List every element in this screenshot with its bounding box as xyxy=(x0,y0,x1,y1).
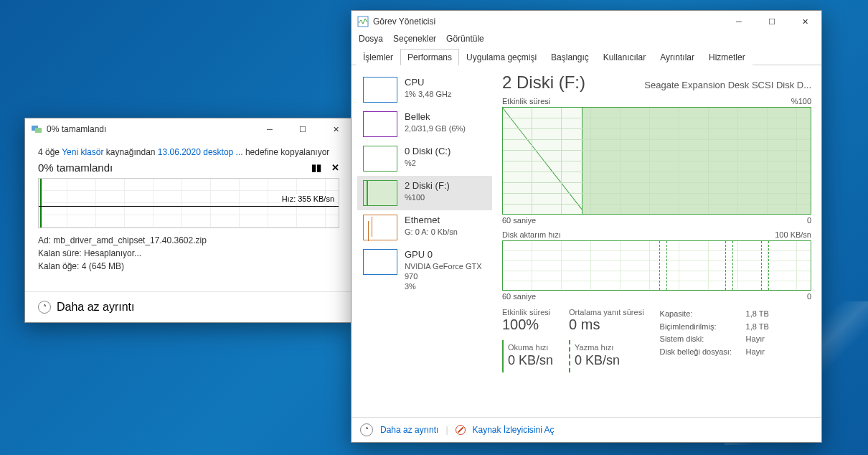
tab-users[interactable]: Kullanıcılar xyxy=(596,49,653,65)
detail-pane: 2 Diski (F:) Seagate Expansion Desk SCSI… xyxy=(495,65,821,417)
dest-link[interactable]: 13.06.2020 desktop ... xyxy=(158,147,243,157)
read-speed: 0 KB/sn xyxy=(508,353,553,368)
disk-thumb-icon xyxy=(363,180,397,206)
tab-app-history[interactable]: Uygulama geçmişi xyxy=(459,49,544,65)
copy-app-icon xyxy=(31,123,42,135)
tab-processes[interactable]: İşlemler xyxy=(356,49,400,65)
source-link[interactable]: Yeni klasör xyxy=(62,147,103,157)
task-manager-icon xyxy=(357,16,369,27)
ethernet-thumb-icon xyxy=(363,215,397,240)
disk-thumb-icon xyxy=(363,146,397,172)
copy-description: 4 öğe Yeni klasör kaynağından 13.06.2020… xyxy=(38,147,339,157)
menu-options[interactable]: Seçenekler xyxy=(393,34,436,44)
menubar: Dosya Seçenekler Görüntüle xyxy=(352,32,821,48)
file-copy-dialog: 0% tamamlandı ─ ☐ ✕ 4 öğe Yeni klasör ka… xyxy=(24,118,353,323)
sidebar-item-gpu[interactable]: GPU 0NVIDIA GeForce GTX 970 3% xyxy=(357,245,492,296)
pause-button[interactable]: ▮▮ xyxy=(311,162,321,173)
resource-monitor-icon xyxy=(456,425,466,435)
svg-rect-1 xyxy=(35,128,42,133)
sidebar-item-memory[interactable]: Bellek2,0/31,9 GB (6%) xyxy=(357,107,492,141)
window-title: Görev Yöneticisi xyxy=(373,17,722,27)
speed-chart: Hız: 355 KB/sn xyxy=(38,178,339,228)
titlebar[interactable]: Görev Yöneticisi ─ ☐ ✕ xyxy=(352,11,821,32)
performance-sidebar: CPU1% 3,48 GHz Bellek2,0/31,9 GB (6%) 0 … xyxy=(352,65,495,417)
menu-file[interactable]: Dosya xyxy=(359,34,383,44)
copy-details: Ad: mb_driver_amd_chipset_17.40.3602.zip… xyxy=(38,234,339,273)
maximize-button[interactable]: ☐ xyxy=(755,11,788,32)
response-time: 0 ms xyxy=(569,316,644,333)
tab-services[interactable]: Hizmetler xyxy=(702,49,753,65)
cpu-thumb-icon xyxy=(363,77,397,103)
activity-value: 100% xyxy=(502,316,553,333)
tabbar: İşlemler Performans Uygulama geçmişi Baş… xyxy=(352,48,821,65)
open-resource-monitor-link[interactable]: Kaynak İzleyicisini Aç xyxy=(473,425,555,435)
detail-title: 2 Diski (F:) xyxy=(502,72,585,93)
gpu-thumb-icon xyxy=(363,249,397,275)
fewer-details-toggle[interactable]: ˄ Daha az ayrıntı xyxy=(25,291,352,322)
tab-startup[interactable]: Başlangıç xyxy=(544,49,596,65)
minimize-button[interactable]: ─ xyxy=(722,11,755,32)
transfer-chart xyxy=(502,240,811,291)
sidebar-item-ethernet[interactable]: EthernetG: 0 A: 0 Kb/sn xyxy=(357,210,492,245)
window-title: 0% tamamlandı xyxy=(47,124,253,134)
maximize-button[interactable]: ☐ xyxy=(286,118,319,140)
close-button[interactable]: ✕ xyxy=(788,11,821,32)
speed-label: Hız: 355 KB/sn xyxy=(280,194,336,203)
titlebar[interactable]: 0% tamamlandı ─ ☐ ✕ xyxy=(25,118,352,140)
detail-subtitle: Seagate Expansion Desk SCSI Disk D... xyxy=(644,80,811,90)
write-speed: 0 KB/sn xyxy=(575,353,644,368)
sidebar-item-disk2[interactable]: 2 Diski (F:)%100 xyxy=(357,176,492,210)
disk-info-table: Kapasite:1,8 TB Biçimlendirilmiş:1,8 TB … xyxy=(660,308,769,372)
tab-details[interactable]: Ayrıntılar xyxy=(653,49,702,65)
progress-text: 0% tamamlandı xyxy=(38,161,113,174)
tab-performance[interactable]: Performans xyxy=(400,49,459,65)
memory-thumb-icon xyxy=(363,111,397,137)
menu-view[interactable]: Görüntüle xyxy=(446,34,484,44)
sidebar-item-disk0[interactable]: 0 Diski (C:)%2 xyxy=(357,141,492,176)
activity-chart xyxy=(502,107,811,215)
minimize-button[interactable]: ─ xyxy=(253,118,286,140)
close-button[interactable]: ✕ xyxy=(319,118,352,140)
chevron-up-icon: ˄ xyxy=(360,423,373,436)
fewer-details-link[interactable]: Daha az ayrıntı xyxy=(380,425,438,435)
chevron-up-icon: ˄ xyxy=(38,301,51,314)
sidebar-item-cpu[interactable]: CPU1% 3,48 GHz xyxy=(357,72,492,107)
cancel-button[interactable]: ✕ xyxy=(331,162,339,173)
task-manager-window: Görev Yöneticisi ─ ☐ ✕ Dosya Seçenekler … xyxy=(351,10,822,443)
